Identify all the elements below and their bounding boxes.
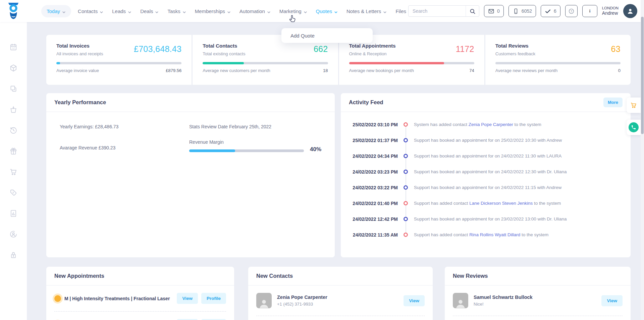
stat-footer-value: 0 [618,68,621,73]
page-scrollbar [641,0,644,320]
stat-value: £703,648.43 [134,44,181,54]
stat-subtitle: Total existing contacts [203,51,245,56]
nav-item-files[interactable]: Files [393,5,408,17]
nav-item-leads[interactable]: Leads [110,5,133,17]
chevron-down-icon [100,9,103,13]
user-name: Andrew [602,10,619,16]
nav-item-notes-letters[interactable]: Notes & Letters [344,5,389,17]
revenue-margin-fill [189,149,235,152]
top-header: Today Contacts Leads Deals Tasks Members… [0,0,644,22]
stat-subtitle: Online & Reception [349,51,396,56]
contact-link[interactable]: Rina Rollins Wyatt Dillard [469,232,520,237]
stat-value: 662 [314,44,328,54]
feed-timestamp: 25/02/2022 01:37 PM [341,138,398,143]
nav-label: Contacts [78,8,98,14]
activity-feed-item: 24/02/2022 01:40 PM Support has added co… [341,195,631,211]
contact-link[interactable]: Lane Dickerson Steven Jenkins [469,201,533,206]
stat-value: 63 [611,44,621,54]
scrollbar-thumb[interactable] [641,17,644,134]
feed-text: to the system [520,232,548,237]
activity-feed-item: 24/02/2022 12:42 PM Support has booked a… [341,211,631,227]
feed-text: System has added contact [414,122,469,127]
timeline-dot-blue [404,138,408,142]
contact-link[interactable]: Zenia Pope Carpenter [469,122,513,127]
feed-timestamp: 24/02/2022 03:22 PM [341,185,398,190]
chevron-down-icon [334,9,338,13]
nav-item-quotes[interactable]: Quotes [314,5,340,17]
chevron-down-icon [227,9,231,13]
package-icon[interactable] [9,64,18,72]
help-button[interactable]: ? [565,5,578,17]
calendar-icon[interactable]: 12 [9,43,18,52]
gift-icon[interactable] [9,147,18,155]
nav-item-marketing[interactable]: Marketing [277,5,309,17]
floating-phone-button[interactable] [627,120,641,135]
stat-title: Total Appointments [349,43,396,49]
chevron-down-icon [155,9,159,13]
phone-button[interactable]: 6052 [508,5,536,17]
lock-icon[interactable] [9,251,18,259]
progress-track [203,62,328,64]
copy-icon[interactable] [9,84,18,93]
stat-title: Total Contacts [203,43,245,49]
view-button[interactable]: View [404,295,425,306]
activity-feed-title: Activity Feed [349,99,383,106]
stat-footer-value: £879.56 [166,68,181,73]
nav-item-tasks[interactable]: Tasks [165,5,188,17]
activity-feed-item: 24/02/2022 04:34 PM Support has booked a… [341,148,631,164]
appointment-row: M | High Intensity Treatments | Fraction… [46,285,234,311]
activity-feed-item: 25/02/2022 01:37 PM Support has booked a… [341,132,631,148]
view-button[interactable]: View [177,293,198,304]
progress-track [495,62,621,64]
quotes-dropdown: Add Quote [281,28,373,43]
profile-button[interactable]: Profile [201,293,226,304]
feed-text: Support has booked an appointment for on… [414,216,567,221]
feed-timestamp: 24/02/2022 04:34 PM [341,153,398,159]
tasks-button[interactable]: 6 [541,5,560,17]
nav-item-today[interactable]: Today [41,5,71,17]
search-input[interactable] [409,8,466,14]
more-button[interactable]: More [603,98,623,107]
stat-footer-label: Average new reviews per month [495,68,557,73]
messages-button[interactable]: 0 [484,5,504,17]
nav-item-memberships[interactable]: Memberships [193,5,233,17]
svg-text:?: ? [571,9,572,13]
info-button[interactable]: i [582,5,597,17]
view-button[interactable]: View [601,295,623,306]
history-icon[interactable] [9,126,18,135]
tasks-count: 6 [554,8,556,14]
user-avatar[interactable] [623,4,637,18]
revenue-margin-percent: 40% [310,146,321,153]
stat-footer-value: 18 [323,68,328,73]
activity-feed-item: 25/02/2022 03:10 PM System has added con… [341,117,631,132]
contact-phone: +1 (452) 371-9933 [277,302,400,307]
report-icon[interactable] [9,209,18,218]
messages-count: 0 [497,8,500,14]
cart-icon[interactable] [9,168,18,176]
menu-item-add-quote[interactable]: Add Quote [290,33,315,39]
hourglass-logo-icon [7,2,20,20]
nav-label: Memberships [195,8,225,14]
feed-text: Support has booked an appointment for on… [414,153,561,158]
account-icon[interactable] [9,230,18,239]
stat-footer-label: Average new bookings per month [349,68,414,73]
timeline-dot-blue [404,217,408,221]
nav-label: Tasks [167,8,180,14]
search-button[interactable] [466,6,479,16]
nav-label: Today [47,8,60,14]
progress-track [56,62,181,64]
bag-download-icon[interactable] [9,105,18,114]
feed-timestamp: 25/02/2022 03:10 PM [341,122,398,127]
nav-item-deals[interactable]: Deals [138,5,161,17]
contact-name: Zenia Pope Carpenter [277,295,400,300]
review-row: Alex Stefan View [445,316,631,320]
envelope-icon [488,8,494,14]
app-logo[interactable] [0,2,26,20]
nav-item-automation[interactable]: Automation [237,5,273,17]
price-tag-icon[interactable]: $ [9,188,18,197]
svg-text:12: 12 [12,47,15,49]
floating-cart-button[interactable] [627,98,641,113]
search-box [408,5,479,17]
nav-item-contacts[interactable]: Contacts [76,5,105,17]
timeline-dot-blue [404,185,408,190]
